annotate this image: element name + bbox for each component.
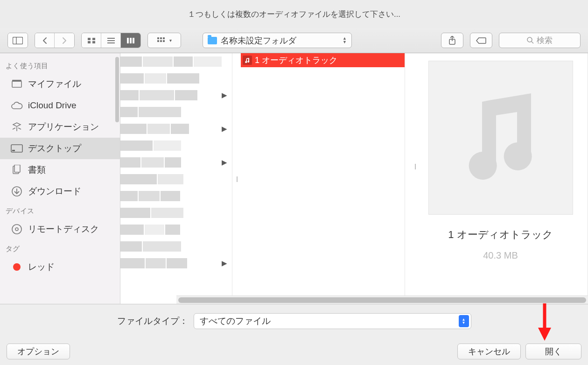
column-view-button[interactable] bbox=[121, 33, 140, 48]
svg-rect-2 bbox=[88, 38, 91, 40]
preview-filename: 1 オーディオトラック bbox=[448, 228, 553, 242]
column-browser: ▶ ▶ ▶ ▶ || bbox=[120, 53, 588, 304]
sidebar-header-favorites: よく使う項目 bbox=[0, 57, 120, 73]
arrange-button[interactable]: ▾ bbox=[147, 33, 181, 48]
scrollbar-thumb[interactable] bbox=[178, 297, 586, 303]
path-folder-name: 名称未設定フォルダ bbox=[221, 35, 339, 46]
sidebar: よく使う項目 マイファイル iCloud Drive アプリケーション デスクト… bbox=[0, 53, 120, 304]
sidebar-label: レッド bbox=[28, 261, 55, 273]
filetype-value: すべてのファイル bbox=[200, 315, 459, 327]
documents-icon bbox=[10, 164, 23, 175]
cancel-button[interactable]: キャンセル bbox=[457, 344, 521, 359]
sidebar-label: デスクトップ bbox=[28, 142, 81, 154]
search-placeholder: 検索 bbox=[537, 35, 553, 46]
preview-thumbnail bbox=[428, 61, 573, 215]
back-button[interactable] bbox=[35, 33, 55, 48]
filetype-label: ファイルタイプ： bbox=[117, 315, 188, 327]
open-label: 開く bbox=[545, 346, 562, 357]
column-1[interactable]: ▶ ▶ ▶ ▶ bbox=[120, 53, 232, 304]
svg-rect-5 bbox=[92, 41, 95, 43]
sidebar-label: iCloud Drive bbox=[28, 100, 76, 111]
column-resize-handle[interactable]: || bbox=[411, 59, 419, 274]
svg-rect-27 bbox=[14, 165, 20, 172]
sidebar-label: リモートディスク bbox=[28, 223, 99, 235]
sidebar-item-tag-red[interactable]: レッド bbox=[0, 256, 120, 278]
sidebar-item-desktop[interactable]: デスクトップ bbox=[0, 138, 120, 159]
svg-line-21 bbox=[532, 42, 533, 43]
svg-rect-14 bbox=[163, 37, 165, 39]
svg-rect-25 bbox=[12, 150, 15, 151]
annotation-arrow bbox=[536, 302, 553, 343]
sidebar-item-icloud[interactable]: iCloud Drive bbox=[0, 95, 120, 116]
cloud-icon bbox=[10, 100, 23, 111]
svg-rect-17 bbox=[163, 40, 165, 42]
toolbar: ▾ 名称未設定フォルダ ▲▼ 検索 bbox=[0, 28, 588, 53]
svg-point-31 bbox=[15, 228, 18, 231]
sidebar-item-remotedisc[interactable]: リモートディスク bbox=[0, 218, 120, 240]
sidebar-item-myfiles[interactable]: マイファイル bbox=[0, 73, 120, 95]
file-name: 1 オーディオトラック bbox=[255, 55, 337, 66]
sidebar-header-tags: タグ bbox=[0, 240, 120, 256]
sidebar-label: ダウンロード bbox=[28, 185, 81, 197]
icon-view-button[interactable] bbox=[82, 33, 101, 48]
disc-icon bbox=[10, 224, 23, 235]
select-caret-icon: ▲▼ bbox=[459, 315, 469, 327]
updown-icon: ▲▼ bbox=[343, 37, 347, 44]
svg-point-30 bbox=[12, 225, 21, 234]
open-button[interactable]: 開く bbox=[525, 344, 581, 359]
nav-group bbox=[35, 33, 75, 48]
svg-rect-9 bbox=[127, 38, 129, 43]
svg-rect-22 bbox=[12, 81, 21, 87]
horizontal-scrollbar[interactable] bbox=[176, 295, 588, 304]
sidebar-label: 書類 bbox=[28, 164, 46, 176]
svg-rect-10 bbox=[130, 38, 132, 43]
svg-rect-23 bbox=[12, 80, 21, 82]
filetype-select[interactable]: すべてのファイル ▲▼ bbox=[194, 313, 471, 329]
sidebar-label: アプリケーション bbox=[28, 121, 99, 133]
list-view-button[interactable] bbox=[101, 33, 121, 48]
title-text: １つもしくは複数のオーディオファイルを選択して下さい... bbox=[188, 9, 400, 20]
column-2[interactable]: || 1 オーディオトラック bbox=[232, 53, 405, 304]
applications-icon bbox=[10, 121, 23, 133]
file-row-selected[interactable]: 1 オーディオトラック bbox=[241, 53, 405, 67]
share-button[interactable] bbox=[441, 33, 463, 48]
sidebar-toggle-button[interactable] bbox=[8, 33, 28, 48]
sidebar-item-applications[interactable]: アプリケーション bbox=[0, 116, 120, 138]
cancel-label: キャンセル bbox=[468, 346, 510, 357]
downloads-icon bbox=[10, 186, 23, 197]
svg-rect-16 bbox=[160, 40, 162, 42]
tag-red-icon bbox=[10, 261, 23, 273]
redacted-list: ▶ ▶ ▶ ▶ bbox=[120, 53, 232, 304]
sidebar-header-devices: デバイス bbox=[0, 202, 120, 218]
sidebar-item-documents[interactable]: 書類 bbox=[0, 159, 120, 181]
folder-icon bbox=[208, 37, 217, 44]
column-resize-handle[interactable]: || bbox=[232, 53, 241, 304]
forward-button[interactable] bbox=[55, 33, 74, 48]
svg-rect-13 bbox=[160, 37, 162, 39]
desktop-icon bbox=[10, 143, 23, 154]
main-body: よく使う項目 マイファイル iCloud Drive アプリケーション デスクト… bbox=[0, 53, 588, 304]
search-field[interactable]: 検索 bbox=[499, 33, 581, 48]
view-mode-group bbox=[81, 33, 141, 48]
sidebar-item-downloads[interactable]: ダウンロード bbox=[0, 181, 120, 202]
filetype-row: ファイルタイプ： すべてのファイル ▲▼ bbox=[0, 304, 588, 338]
search-icon bbox=[527, 37, 534, 44]
preview-column: || 1 オーディオトラック 40.3 MB bbox=[405, 53, 588, 304]
svg-rect-0 bbox=[13, 37, 23, 44]
options-label: オプション bbox=[17, 346, 59, 357]
window-title: １つもしくは複数のオーディオファイルを選択して下さい... bbox=[0, 0, 588, 28]
music-icon bbox=[461, 91, 540, 184]
myfiles-icon bbox=[10, 78, 23, 90]
options-button[interactable]: オプション bbox=[7, 344, 70, 359]
svg-rect-12 bbox=[157, 37, 159, 39]
svg-rect-11 bbox=[133, 38, 134, 43]
svg-rect-3 bbox=[92, 38, 95, 40]
path-dropdown[interactable]: 名称未設定フォルダ ▲▼ bbox=[203, 33, 352, 48]
svg-point-20 bbox=[527, 37, 532, 42]
svg-rect-4 bbox=[88, 41, 91, 43]
music-file-icon bbox=[243, 56, 252, 65]
sidebar-label: マイファイル bbox=[28, 78, 81, 90]
tags-button[interactable] bbox=[470, 33, 492, 48]
preview-filesize: 40.3 MB bbox=[483, 250, 518, 261]
sidebar-toggle-group bbox=[7, 33, 28, 48]
